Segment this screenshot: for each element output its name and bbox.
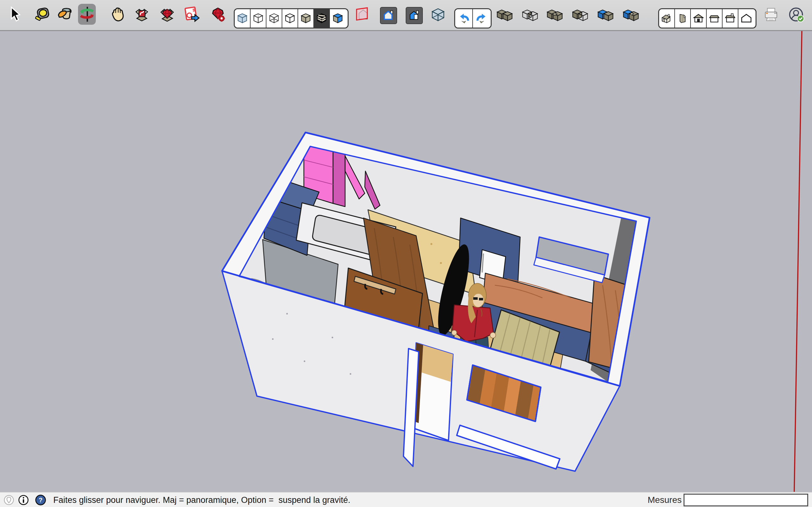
- view-iso-button[interactable]: [659, 9, 675, 27]
- back-edges-cube-icon: [252, 12, 265, 25]
- history-toolbar: [454, 8, 492, 29]
- orbit-tool-button[interactable]: [78, 4, 96, 25]
- extension-warehouse-button[interactable]: [158, 4, 176, 25]
- back-view-icon: [723, 12, 737, 25]
- monochrome-cube-icon: [331, 12, 345, 25]
- pan-hand-icon: [109, 6, 125, 22]
- pan-tool-button[interactable]: [108, 4, 126, 25]
- measurements-input[interactable]: [683, 494, 808, 506]
- style-shaded-button[interactable]: [298, 9, 314, 27]
- status-message: Faites glisser pour naviguer. Maj = pano…: [53, 495, 351, 505]
- ruby-box-icon: [159, 6, 175, 22]
- solid-intersect-button[interactable]: [521, 5, 539, 25]
- display-section-fills-button[interactable]: [406, 7, 423, 24]
- solid-subtract-button[interactable]: [571, 5, 589, 25]
- display-section-cuts-button[interactable]: [380, 7, 397, 24]
- credits-info-icon: [18, 494, 29, 506]
- sketchup-window: ? Faites glisser pour naviguer. Maj = pa…: [0, 0, 812, 507]
- trim-icon: [597, 7, 614, 23]
- views-toolbar: [658, 8, 757, 29]
- help-icon: ?: [35, 494, 46, 506]
- cursor-icon: [6, 6, 22, 22]
- solid-split-button[interactable]: [622, 5, 640, 25]
- solid-trim-button[interactable]: [596, 5, 615, 25]
- intersect-icon: [522, 7, 538, 23]
- account-button[interactable]: [787, 5, 806, 25]
- extension-manager-button[interactable]: [209, 4, 227, 25]
- credits-button[interactable]: [18, 494, 29, 506]
- redo-button[interactable]: [473, 9, 491, 27]
- select-tool-button[interactable]: [5, 4, 23, 25]
- hidden-line-cube-icon: [283, 12, 297, 25]
- section-display-toggle-button[interactable]: [429, 5, 447, 25]
- send-to-layout-button[interactable]: [183, 4, 200, 25]
- split-icon: [623, 7, 639, 23]
- xray-cube-icon: [236, 12, 249, 25]
- modeling-viewport[interactable]: [0, 31, 812, 492]
- undo-button[interactable]: [455, 9, 473, 27]
- printer-icon: [763, 7, 779, 23]
- doorway: [403, 343, 453, 466]
- status-bar: ? Faites glisser pour naviguer. Maj = pa…: [0, 492, 812, 507]
- style-shaded-textures-button[interactable]: [314, 9, 330, 27]
- components-button[interactable]: [133, 4, 151, 25]
- ruby-gear-icon: [210, 6, 226, 22]
- iso-house-icon: [660, 12, 673, 25]
- geolocation-icon: [3, 494, 14, 506]
- right-view-icon: [708, 12, 721, 25]
- subtract-icon: [572, 7, 589, 23]
- measurements-label: Mesures: [648, 495, 681, 505]
- wireframe-cube-icon: [267, 12, 281, 25]
- undo-icon: [457, 12, 470, 25]
- paint-bucket-tool-button[interactable]: [56, 4, 74, 25]
- measurements-area: Mesures: [648, 494, 808, 506]
- top-view-icon: [676, 12, 689, 25]
- face-style-toolbar: [234, 8, 349, 29]
- redo-icon: [475, 12, 489, 25]
- scene-svg: [0, 0, 812, 507]
- geolocation-button[interactable]: [3, 494, 14, 506]
- outer-shell-icon: [496, 7, 513, 23]
- hand: [452, 330, 457, 335]
- paint-bucket-icon: [57, 6, 73, 22]
- view-top-button[interactable]: [675, 9, 691, 27]
- solid-outer-shell-button[interactable]: [496, 5, 514, 25]
- tape-measure-tool-button[interactable]: [33, 4, 51, 25]
- style-back-edges-button[interactable]: [251, 9, 266, 27]
- main-toolbar: [0, 0, 812, 31]
- style-hidden-line-button[interactable]: [282, 9, 298, 27]
- tape-measure-icon: [34, 6, 50, 22]
- view-right-button[interactable]: [707, 9, 722, 27]
- orbit-icon: [79, 6, 95, 22]
- section-plane-button[interactable]: [354, 5, 372, 25]
- view-back-button[interactable]: [722, 9, 739, 27]
- union-icon: [547, 7, 563, 23]
- svg-text:?: ?: [39, 497, 43, 504]
- red-axis-line: [794, 31, 802, 492]
- style-monochrome-button[interactable]: [330, 9, 346, 27]
- shaded-cube-icon: [299, 12, 312, 25]
- account-avatar-icon: [788, 7, 805, 23]
- style-xray-button[interactable]: [235, 9, 251, 27]
- view-front-button[interactable]: [691, 9, 707, 27]
- layout-export-icon: [183, 6, 200, 22]
- help-button[interactable]: ?: [35, 494, 46, 506]
- print-button[interactable]: [762, 5, 780, 25]
- solid-union-button[interactable]: [546, 5, 564, 25]
- section-plane-icon: [355, 7, 371, 23]
- component-box-icon: [134, 6, 150, 22]
- hand: [490, 332, 496, 338]
- view-left-button[interactable]: [739, 9, 754, 27]
- translucent-cube-icon: [430, 7, 446, 23]
- section-cuts-icon: [382, 9, 396, 22]
- section-fills-icon: [407, 9, 421, 22]
- left-view-icon: [740, 12, 753, 25]
- tiny-house-model: [222, 132, 650, 471]
- textured-cube-icon: [315, 12, 328, 25]
- front-view-icon: [692, 12, 705, 25]
- style-wireframe-button[interactable]: [266, 9, 282, 27]
